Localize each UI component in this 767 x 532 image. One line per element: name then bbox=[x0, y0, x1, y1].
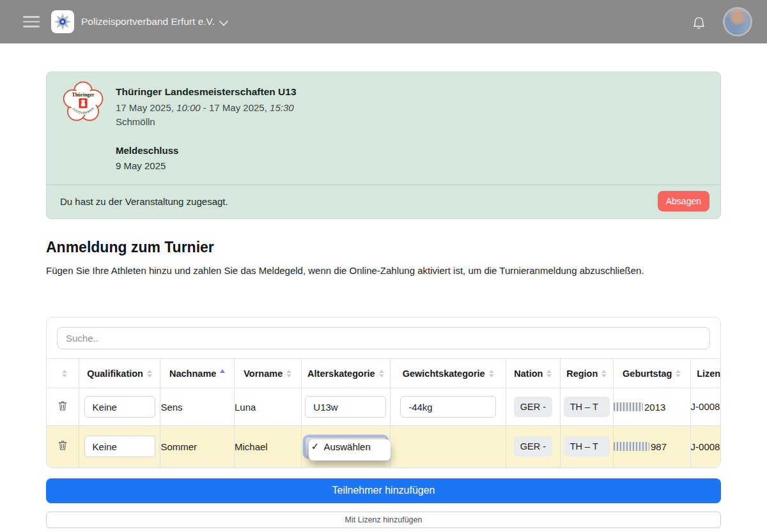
add-with-license-button[interactable]: Mit Lizenz hinzufügen bbox=[46, 512, 721, 528]
add-participant-button[interactable]: Teilnehmer hinzufügen bbox=[46, 478, 721, 503]
nation-badge: GER - bbox=[514, 397, 552, 417]
main-content: Thüringer JUDOVERBAND Thüringer Landesme… bbox=[0, 72, 767, 528]
chevron-down-icon[interactable] bbox=[219, 20, 228, 26]
participants-table: Qualifikation Nachname Vorname Alterskat… bbox=[47, 358, 721, 467]
vorname-cell: Michael bbox=[234, 426, 301, 467]
police-star-icon bbox=[53, 12, 72, 31]
event-dates: 17 May 2025, 10:00 - 17 May 2025, 15:30 bbox=[116, 102, 297, 113]
topbar: Polizeisportverband Erfurt e.V. bbox=[0, 0, 767, 43]
deadline-date: 9 May 2025 bbox=[116, 160, 297, 171]
notifications-bell-icon[interactable] bbox=[692, 15, 706, 30]
table-row-highlighted: Keine Sommer Michael ✓ Auswählen GER - T… bbox=[47, 426, 721, 467]
column-header-nation[interactable]: Nation bbox=[506, 359, 560, 388]
page-description: Fügen Sie Ihre Athleten hinzu und zahlen… bbox=[46, 265, 721, 276]
club-name[interactable]: Polizeisportverband Erfurt e.V. bbox=[81, 16, 215, 27]
logo-text-top: Thüringer bbox=[72, 92, 95, 98]
qualifikation-select[interactable]: Keine bbox=[84, 396, 155, 418]
gewichtskategorie-input[interactable]: -44kg bbox=[400, 396, 496, 418]
deadline-label: Meldeschluss bbox=[116, 145, 297, 156]
sort-icon bbox=[601, 370, 607, 377]
table-row: Keine Sens Luna U13w -44kg GER - TH – T … bbox=[47, 388, 721, 426]
region-badge: TH – T bbox=[564, 397, 610, 417]
menu-icon[interactable] bbox=[23, 13, 40, 30]
lizenz-cell: J-00087 bbox=[690, 388, 721, 426]
event-location: Schmölln bbox=[116, 116, 297, 127]
nation-badge: GER - bbox=[514, 436, 552, 457]
trash-icon bbox=[58, 440, 68, 451]
delete-row-button[interactable] bbox=[55, 437, 70, 455]
column-header-nachname[interactable]: Nachname bbox=[160, 359, 235, 388]
event-title: Thüringer Landesmeisterschaften U13 bbox=[116, 86, 297, 98]
geburtstag-cell: 987 bbox=[613, 426, 690, 467]
vorname-cell: Luna bbox=[234, 388, 301, 426]
page-title: Anmeldung zum Turnier bbox=[46, 239, 721, 256]
nachname-cell: Sommer bbox=[160, 426, 235, 467]
sort-icon bbox=[286, 370, 291, 377]
sort-icon bbox=[62, 370, 67, 377]
alterskategorie-input[interactable]: U13w bbox=[305, 396, 386, 418]
geburtstag-cell: 2013 bbox=[613, 388, 690, 426]
search-input[interactable] bbox=[57, 327, 710, 349]
alterskategorie-open-select[interactable]: ✓ Auswählen bbox=[305, 437, 387, 457]
gewichtskategorie-empty-cell[interactable] bbox=[391, 426, 506, 467]
column-header-qualifikation[interactable]: Qualifikation bbox=[79, 359, 160, 388]
club-logo-icon[interactable] bbox=[51, 10, 74, 33]
checkmark-icon: ✓ bbox=[311, 441, 320, 452]
column-header-select[interactable] bbox=[47, 359, 79, 388]
column-header-lizenz[interactable]: Lizenz bbox=[690, 359, 721, 388]
nachname-cell: Sens bbox=[160, 388, 235, 426]
sort-ascending-icon bbox=[220, 369, 225, 373]
sort-icon bbox=[147, 370, 152, 377]
column-header-gewichtskategorie[interactable]: Gewichtskategorie bbox=[391, 359, 506, 388]
table-header-row: Qualifikation Nachname Vorname Alterskat… bbox=[47, 359, 721, 388]
redacted-date bbox=[614, 402, 643, 411]
event-card: Thüringer JUDOVERBAND Thüringer Landesme… bbox=[46, 72, 721, 219]
user-avatar[interactable] bbox=[725, 9, 750, 34]
sort-icon bbox=[676, 370, 681, 377]
column-header-region[interactable]: Region bbox=[560, 359, 613, 388]
sort-icon bbox=[546, 370, 552, 377]
column-header-vorname[interactable]: Vorname bbox=[234, 359, 301, 388]
redacted-date bbox=[614, 442, 649, 451]
region-badge: TH – T bbox=[564, 436, 610, 457]
column-header-alterskategorie[interactable]: Alterskategorie bbox=[301, 359, 391, 388]
rsvp-status-text: Du hast zu der Veranstaltung zugesagt. bbox=[60, 196, 228, 207]
decline-button[interactable]: Absagen bbox=[658, 191, 709, 211]
sort-icon bbox=[489, 370, 494, 377]
lizenz-cell: J-00087 bbox=[690, 426, 721, 467]
trash-icon bbox=[58, 400, 68, 411]
sort-icon bbox=[379, 370, 384, 377]
qualifikation-select[interactable]: Keine bbox=[84, 436, 155, 457]
delete-row-button[interactable] bbox=[55, 398, 70, 416]
judo-federation-logo: Thüringer JUDOVERBAND bbox=[62, 80, 104, 125]
participants-card: Qualifikation Nachname Vorname Alterskat… bbox=[46, 317, 721, 468]
column-header-geburtstag[interactable]: Geburtstag bbox=[613, 359, 690, 388]
